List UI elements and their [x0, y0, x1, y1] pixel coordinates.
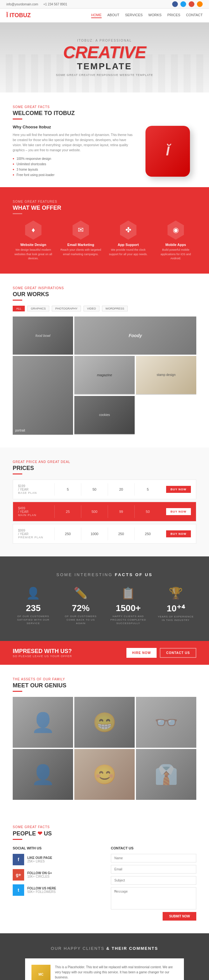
- facebook-social-icon[interactable]: f: [13, 854, 24, 865]
- contact-name[interactable]: [111, 854, 196, 862]
- nav-services[interactable]: SERVICES: [125, 13, 142, 18]
- plan-2-features: 25 500 99 50: [54, 505, 161, 518]
- main-nav: Ĭ ITOBUZ HOME ABOUT SERVICES WORKS PRICE…: [0, 9, 209, 22]
- team-photo-6: 👔: [136, 749, 196, 800]
- contact-submit[interactable]: SUBMIT NOW: [163, 912, 196, 921]
- feature-4: Free font using post-loader: [13, 172, 133, 178]
- plan-3: $999 / YEAR PREMIER PLAN: [13, 524, 54, 543]
- hero-city-bg: [0, 54, 209, 92]
- plan-2-period: / YEAR: [18, 510, 49, 514]
- work-item-5[interactable]: stamp design 🔍: [136, 356, 196, 395]
- work-item-4[interactable]: magazine 🔍: [74, 356, 135, 395]
- offer-icon-1: ♦: [24, 221, 43, 240]
- twitter-icon[interactable]: [180, 1, 186, 7]
- twitter-social-icon[interactable]: t: [13, 885, 24, 896]
- offer-item-2: ✉ Email Marketing Reach your clients wit…: [60, 221, 101, 261]
- impressed-title: IMPRESED WITH US?: [13, 648, 72, 655]
- work-item-1[interactable]: food bowl 🔍: [13, 317, 73, 355]
- offer-item-3: ✤ App Support We provide round the clock…: [108, 221, 149, 261]
- fact-number-4: 10⁺⁴: [155, 603, 196, 614]
- offer-desc-1: We design beautiful modern websites that…: [13, 248, 54, 261]
- offer-title: WHAT WE OFFER: [13, 205, 196, 211]
- social-tw-info: FOLLOW US HERE 50K+ FOLLOWERS: [27, 886, 56, 894]
- facts-section: SOME INTERESTING FACTS OF US 👤 235 OF OU…: [0, 557, 209, 641]
- nav-prices[interactable]: PRICES: [168, 13, 180, 18]
- team-member-5: 😊: [74, 749, 135, 800]
- contact-email[interactable]: [111, 865, 196, 873]
- fact-number-1: 235: [13, 603, 54, 613]
- team-member-6: 👔: [136, 749, 196, 800]
- team-photo-3: 👓: [136, 697, 196, 748]
- fact-4: 🏆 10⁺⁴ YEARS OF EXPERIENCEIN THIS INDUST…: [155, 587, 196, 625]
- plan-1-cta[interactable]: BUY NOW: [166, 486, 191, 493]
- filter-video[interactable]: VIDEO: [84, 306, 100, 312]
- offer-desc-2: Reach your clients with targeted email m…: [60, 248, 101, 256]
- fact-icon-1: 👤: [13, 587, 54, 600]
- phone-mockup: [146, 126, 190, 177]
- hero-section: ITOBUZ: A PROFESSIONAL CREATIVE TEMPLATE…: [0, 22, 209, 92]
- team-photo-2: 😁: [74, 697, 135, 748]
- impressed-text: IMPRESED WITH US? SO PLEASE LEAVE US YOU…: [13, 648, 72, 658]
- plan-1-feat-2: 50: [81, 483, 108, 496]
- nav-works[interactable]: WORKS: [148, 13, 162, 18]
- plan-3-cta[interactable]: BUY NOW: [166, 530, 191, 537]
- plan-1-action: BUY NOW: [161, 486, 196, 493]
- facebook-icon[interactable]: [172, 1, 178, 7]
- rss-icon[interactable]: [197, 1, 203, 7]
- offer-desc-3: We provide round the clock support for a…: [108, 248, 149, 256]
- people-section: SOME GREAT FACTS PEOPLE ❤ US SOCIAL WITH…: [0, 813, 209, 933]
- contact-message[interactable]: [111, 887, 196, 910]
- social-item-tw: t FOLLOW US HERE 50K+ FOLLOWERS: [13, 885, 98, 896]
- people-title: PEOPLE ❤ US: [13, 830, 196, 837]
- heart-icon: ❤: [38, 830, 44, 837]
- top-bar-phone: +1 234 567 8901: [43, 3, 67, 6]
- plan-2-cta[interactable]: BUY NOW: [166, 508, 191, 515]
- prices-divider: [13, 474, 22, 474]
- filter-all[interactable]: ALL: [13, 306, 25, 312]
- welcome-subtitle: SOME GREAT FACTS: [13, 105, 196, 109]
- team-member-1: 👤: [13, 697, 73, 748]
- contact-subject[interactable]: [111, 876, 196, 885]
- offer-title-4: Mobile Apps: [155, 243, 196, 247]
- googleplus-social-icon[interactable]: g+: [13, 869, 24, 881]
- fact-icon-2: ✏️: [60, 587, 101, 600]
- facts-grid: 👤 235 OF OUR CUSTOMERSSATISFIED WITH OUR…: [13, 587, 196, 625]
- fact-label-4: YEARS OF EXPERIENCEIN THIS INDUSTRY: [155, 615, 196, 622]
- nav-home[interactable]: HOME: [91, 13, 101, 18]
- plan-3-feat-3: 250: [108, 528, 135, 540]
- googleplus-icon[interactable]: [189, 1, 195, 7]
- nav-about[interactable]: ABOUT: [108, 13, 119, 18]
- filter-wordpress[interactable]: WORDPRESS: [102, 306, 128, 312]
- impressed-contact-btn[interactable]: CONTACT US: [160, 648, 196, 658]
- offer-item-4: ◉ Mobile Apps Build powerful mobile appl…: [155, 221, 196, 261]
- prices-title: PRICES: [13, 465, 196, 472]
- plan-1-price: $199 / YEAR: [18, 484, 49, 491]
- filter-photography[interactable]: PHOTOGRAPHY: [52, 306, 81, 312]
- fact-label-3: HAPPY CLIENTS ANDPROJECTS COMPLETEDSUCCE…: [108, 614, 149, 625]
- fact-icon-3: 📋: [108, 587, 149, 600]
- nav-logo: Ĭ ITOBUZ: [6, 12, 31, 19]
- nav-contact[interactable]: CONTACT: [186, 13, 203, 18]
- offer-subtitle: SOME GREAT FEATURES: [13, 200, 196, 204]
- welcome-image: [139, 124, 196, 178]
- plan-3-period: / YEAR: [18, 532, 49, 536]
- plan-1-period: / YEAR: [18, 488, 49, 491]
- work-item-6[interactable]: cookies 🔍: [74, 396, 135, 435]
- works-grid: food bowl 🔍 Foody 🔍 portrait 🔍 magazine …: [13, 317, 196, 435]
- filter-graphics[interactable]: GRAPHICS: [27, 306, 49, 312]
- plan-2-feat-1: 25: [54, 505, 81, 518]
- nav-links: HOME ABOUT SERVICES WORKS PRICES CONTACT: [91, 13, 203, 18]
- fact-3: 📋 1500+ HAPPY CLIENTS ANDPROJECTS COMPLE…: [108, 587, 149, 625]
- people-subtitle: SOME GREAT FACTS: [13, 825, 196, 829]
- pricing-row-1: $199 / YEAR BASE PLAN 5 50 20 5 BUY NOW: [13, 479, 196, 499]
- work-item-3[interactable]: portrait 🔍: [13, 356, 73, 435]
- work-item-2[interactable]: Foody 🔍: [74, 317, 196, 355]
- plan-2-action: BUY NOW: [161, 508, 196, 515]
- plan-3-name: PREMIER PLAN: [18, 536, 49, 539]
- social-list: f LIKE OUR PAGE 25K+ LIKES g+ FOLLOW ON …: [13, 854, 98, 896]
- social-gp-count: 10K+ CIRCLES: [27, 875, 52, 878]
- plan-3-action: BUY NOW: [161, 530, 196, 537]
- plan-3-feat-4: 250: [135, 528, 161, 540]
- works-divider: [13, 300, 22, 301]
- impressed-hire-btn[interactable]: HIRE NOW: [127, 648, 157, 658]
